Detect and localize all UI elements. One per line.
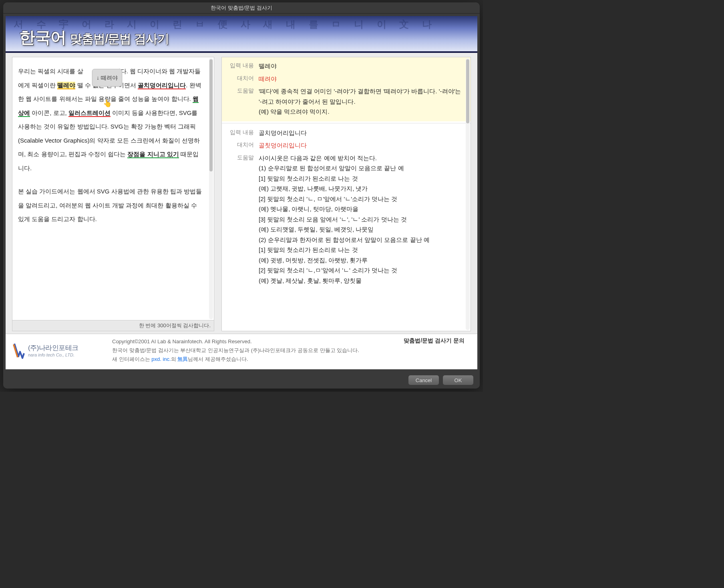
left-scrollbar-thumb[interactable] [209,59,213,171]
result-1-input: 뗄레야 [259,61,465,71]
suggestion-tooltip[interactable]: ↓ 떼려야 [92,69,122,87]
result-divider [222,123,471,123]
error-word-2[interactable]: 골치덩어리입니다 [138,82,186,89]
result-2-input: 골치덩어리입니다 [259,128,465,138]
dialog-button-bar: Cancel OK [3,372,480,389]
label-help: 도움말 [222,86,259,117]
result-2-replace[interactable]: 골칫덩어리입니다 [259,140,465,151]
error-word-5[interactable]: 장점을 지니고 있기 [127,151,179,158]
banner-title-main: 한국어 [19,28,66,46]
ok-button[interactable]: OK [443,375,473,385]
company-name-en: nara info tech Co., LTD. [28,352,78,357]
label-help: 도움말 [222,153,259,286]
result-block-2[interactable]: 입력 내용 골치덩어리입니다 대치어 골칫덩어리입니다 도움말 사이시옷은 다음… [222,125,471,287]
banner-title: 한국어 맞춤법/문법 검사기 [19,26,169,48]
label-replace: 대치어 [222,74,259,84]
main-panels: ↓ 떼려야 👆 우리는 픽셀의 시대를 살니다. 웹 디자이너와 웹 개발자들에… [6,53,477,334]
footer-line3: 새 인터페이스는 pxd. inc.의 無異님께서 제공해주셨습니다. [112,355,471,364]
content-area: 서 수 宇 어 라 시 이 린 ㅂ 便 사 새 내 를 ㅁ 니 이 文 나 한국… [6,16,477,369]
banner: 서 수 宇 어 라 시 이 린 ㅂ 便 사 새 내 를 ㅁ 니 이 文 나 한국… [6,16,477,53]
result-2-help: 사이시옷은 다음과 같은 예에 받치어 적는다. (1) 순우리말로 된 합성어… [259,153,465,286]
results-panel: 입력 내용 뗄레야 대치어 떼려야 도움말 '떼다'에 종속적 연결 어미인 '… [221,57,471,331]
window-title: 한국어 맞춤법/문법 검사기 [211,5,272,11]
cancel-button[interactable]: Cancel [408,375,439,385]
window-titlebar: 한국어 맞춤법/문법 검사기 [3,2,480,14]
footer-logo: (주)나라인포테크 nara info tech Co., LTD. [12,337,112,364]
paragraph-2: 본 실습 가이드에서는 웹에서 SVG 사용법에 관한 유용한 팁과 방법들을 … [18,185,208,226]
banner-title-sub: 맞춤법/문법 검사기 [70,32,169,45]
left-scrollbar-track[interactable] [209,58,213,319]
error-word-4[interactable]: 일러스트레이션 [68,109,111,117]
result-1-replace[interactable]: 떼려야 [259,74,465,84]
logo-icon [12,342,25,359]
right-scrollbar-thumb[interactable] [466,59,469,123]
left-panel: ↓ 떼려야 👆 우리는 픽셀의 시대를 살니다. 웹 디자이너와 웹 개발자들에… [12,57,214,331]
footer-line2: 한국어 맞춤법/문법 검사기는 부산대학교 인공지능연구실과 (주)나라인포테크… [112,346,471,355]
error-word-1[interactable]: 뗄레야 [57,82,75,89]
status-line: 한 번에 300어절씩 검사합니다. [12,320,214,331]
right-scrollbar-track[interactable] [466,58,470,330]
result-block-1[interactable]: 입력 내용 뗄레야 대치어 떼려야 도움말 '떼다'에 종속적 연결 어미인 '… [222,57,471,121]
label-replace: 대치어 [222,140,259,151]
link-mui[interactable]: 無異 [177,356,188,362]
label-input: 입력 내용 [222,61,259,71]
text-view[interactable]: ↓ 떼려야 👆 우리는 픽셀의 시대를 살니다. 웹 디자이너와 웹 개발자들에… [12,57,214,320]
dialog-window: 한국어 맞춤법/문법 검사기 서 수 宇 어 라 시 이 린 ㅂ 便 사 새 내… [3,2,480,389]
contact-link[interactable]: 맞춤법/문법 검사기 문의 [404,337,465,344]
footer: (주)나라인포테크 nara info tech Co., LTD. Copyr… [6,334,477,369]
label-input: 입력 내용 [222,128,259,138]
result-1-help: '떼다'에 종속적 연결 어미인 '-려야'가 결합하면 '떼려야'가 바릅니다… [259,86,465,117]
link-pxd[interactable]: pxd. inc. [151,356,171,362]
company-name-kr: (주)나라인포테크 [28,343,78,352]
